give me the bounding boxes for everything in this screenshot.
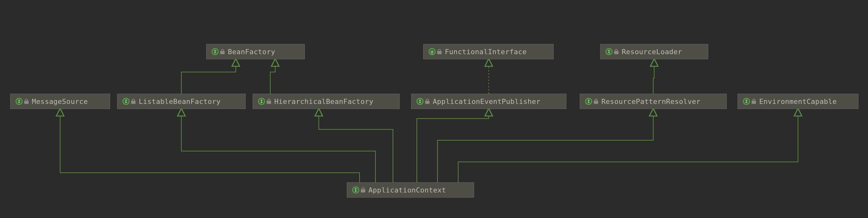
lock-icon (437, 49, 442, 54)
interface-icon: I (258, 98, 271, 105)
lock-icon (594, 99, 598, 104)
edge-appcontext-to-app-event-pub (417, 112, 489, 182)
node-label: HierarchicalBeanFactory (274, 98, 374, 106)
lock-icon (425, 99, 430, 104)
interface-icon: I (743, 98, 756, 105)
node-resource-loader[interactable]: IResourceLoader (600, 44, 708, 59)
edge-appcontext-to-res-pattern-res (437, 112, 653, 182)
node-label: ApplicationContext (368, 186, 446, 194)
node-label: ListableBeanFactory (139, 98, 220, 106)
interface-icon: I (416, 98, 430, 105)
node-functional-iface[interactable]: @FunctionalInterface (423, 44, 554, 59)
node-message-source[interactable]: IMessageSource (10, 94, 110, 109)
node-res-pattern-res[interactable]: IResourcePatternResolver (580, 94, 727, 109)
interface-icon: I (212, 48, 225, 55)
node-label: ResourcePatternResolver (601, 98, 701, 106)
lock-icon (220, 49, 225, 54)
interface-icon: I (606, 48, 619, 55)
node-app-event-pub[interactable]: IApplicationEventPublisher (411, 94, 566, 109)
edge-appcontext-to-message-source (60, 112, 360, 182)
edge-rpr-to-resourceloader (653, 62, 654, 94)
node-label: FunctionalInterface (445, 48, 527, 56)
node-env-capable[interactable]: IEnvironmentCapable (738, 94, 859, 109)
node-app-context[interactable]: IApplicationContext (347, 182, 474, 198)
lock-icon (24, 99, 29, 104)
diagram-canvas: IBeanFactory@FunctionalInterfaceIResourc… (0, 0, 868, 218)
node-label: MessageSource (32, 98, 88, 106)
interface-icon: I (123, 98, 135, 105)
edge-appcontext-to-env-capable (458, 112, 798, 182)
node-label: EnvironmentCapable (759, 98, 837, 106)
interface-icon: I (352, 186, 365, 193)
lock-icon (614, 49, 619, 54)
edge-listable-to-beanfactory (181, 62, 236, 94)
node-label: BeanFactory (228, 48, 275, 56)
node-label: ApplicationEventPublisher (433, 98, 540, 106)
interface-icon: I (16, 98, 29, 105)
node-bean-factory[interactable]: IBeanFactory (206, 44, 305, 59)
lock-icon (361, 187, 365, 192)
lock-icon (267, 99, 271, 104)
interface-icon: I (585, 98, 598, 105)
lock-icon (751, 99, 756, 104)
edge-appcontext-to-hierarchical-bf (319, 112, 393, 182)
node-hierarchical-bf[interactable]: IHierarchicalBeanFactory (253, 94, 400, 109)
edge-hierarchical-to-beanfactory (270, 62, 275, 94)
annotation-icon: @ (429, 48, 442, 55)
lock-icon (131, 99, 135, 104)
edge-appcontext-to-listable-bf (181, 112, 375, 182)
node-listable-bf[interactable]: IListableBeanFactory (117, 94, 246, 109)
node-label: ResourceLoader (622, 48, 682, 56)
